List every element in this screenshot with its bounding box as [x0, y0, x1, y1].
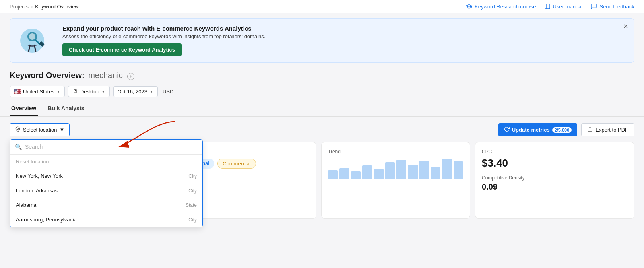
- export-pdf-label: Export to PDF: [595, 127, 628, 133]
- trend-bar: [328, 170, 338, 179]
- user-manual-link[interactable]: User manual: [544, 3, 583, 10]
- location-search-input[interactable]: [25, 144, 198, 150]
- location-name: Alabama: [16, 202, 36, 208]
- trend-bar: [385, 162, 395, 179]
- graduation-cap-icon: [466, 3, 472, 10]
- competitive-density-value: 0.09: [482, 182, 627, 192]
- top-nav-links: Keyword Research course User manual Send…: [466, 3, 634, 10]
- location-item-alabama[interactable]: Alabama State: [10, 198, 202, 212]
- device-label: Desktop: [80, 89, 99, 95]
- page-title: Keyword Overview: mechanic +: [10, 71, 634, 80]
- location-dropdown: 🔍 Reset location New York, New York City…: [10, 139, 203, 227]
- location-item-aaronsburg[interactable]: Aaronsburg, Pennsylvania City: [10, 212, 202, 227]
- location-type: City: [188, 173, 197, 179]
- trend-bar: [408, 165, 417, 179]
- device-filter-button[interactable]: 🖥 Desktop ▼: [68, 86, 110, 97]
- currency-label: USD: [161, 89, 175, 95]
- select-location-label: Select location: [23, 127, 57, 133]
- banner-cta-button[interactable]: Check out E-commerce Keyword Analytics: [62, 43, 182, 56]
- page-title-keyword: mechanic: [88, 71, 123, 80]
- location-name: Aaronsburg, Pennsylvania: [16, 216, 77, 223]
- page-header: Keyword Overview: mechanic +: [0, 68, 644, 80]
- dropdown-search-row: 🔍: [10, 140, 202, 155]
- filters-row: 🇺🇸 United States ▼ 🖥 Desktop ▼ Oct 16, 2…: [0, 84, 644, 101]
- page-title-label: Keyword Overview:: [10, 71, 85, 80]
- country-filter-button[interactable]: 🇺🇸 United States ▼: [10, 86, 65, 97]
- trend-bar: [351, 171, 361, 179]
- location-item-new-york[interactable]: New York, New York City: [10, 169, 202, 183]
- badge-commercial: Commercial: [217, 159, 256, 169]
- location-caret-icon: ▼: [60, 127, 65, 133]
- breadcrumb-separator: ›: [31, 4, 33, 10]
- svg-point-4: [29, 33, 35, 40]
- select-location-button[interactable]: Select location ▼: [10, 123, 70, 136]
- svg-point-9: [17, 128, 19, 130]
- user-manual-label: User manual: [553, 4, 583, 10]
- trend-chart: [328, 159, 463, 179]
- location-pin-icon: [15, 126, 21, 133]
- keyword-research-course-link[interactable]: Keyword Research course: [466, 3, 536, 10]
- trend-bar: [339, 168, 349, 179]
- search-icon: 🔍: [15, 144, 22, 150]
- banner-illustration: [18, 27, 54, 55]
- location-type: State: [186, 202, 197, 208]
- trend-bar: [362, 165, 372, 179]
- competitive-density-label: Competitive Density: [482, 175, 627, 181]
- comment-icon: [590, 3, 597, 10]
- export-pdf-button[interactable]: Export to PDF: [581, 123, 634, 136]
- banner-content: Expand your product reach with E-commerc…: [62, 25, 626, 56]
- date-filter-button[interactable]: Oct 16, 2023 ▼: [113, 86, 158, 97]
- trend-bar: [454, 161, 463, 179]
- keyword-research-course-label: Keyword Research course: [475, 4, 536, 10]
- tab-bulk-analysis[interactable]: Bulk Analysis: [46, 101, 86, 116]
- tab-overview[interactable]: Overview: [10, 101, 38, 116]
- trend-card: Trend: [321, 142, 470, 219]
- main-content: Select location ▼ 🔍: [0, 117, 644, 225]
- controls-row: Select location ▼ 🔍: [10, 123, 634, 136]
- country-caret-icon: ▼: [56, 89, 60, 94]
- banner-close-button[interactable]: ✕: [623, 23, 628, 30]
- date-label: Oct 16, 2023: [118, 89, 147, 95]
- reset-location-option[interactable]: Reset location: [10, 155, 202, 169]
- refresh-icon: [504, 126, 510, 133]
- update-metrics-badge: 2/5,000: [552, 127, 572, 133]
- trend-bar: [431, 167, 440, 179]
- svg-rect-0: [545, 4, 550, 9]
- update-metrics-button[interactable]: Update metrics 2/5,000: [498, 123, 578, 136]
- send-feedback-link[interactable]: Send feedback: [590, 3, 634, 10]
- promo-banner: Expand your product reach with E-commerc…: [10, 18, 634, 63]
- send-feedback-label: Send feedback: [599, 4, 634, 10]
- book-icon: [544, 3, 551, 10]
- breadcrumb: Projects › Keyword Overview: [10, 4, 79, 10]
- banner-description: Assess the efficiency of e-commerce keyw…: [62, 33, 626, 39]
- update-metrics-label: Update metrics: [512, 127, 550, 133]
- location-name: London, Arkansas: [16, 188, 58, 194]
- location-type: City: [188, 217, 197, 223]
- upload-icon: [587, 126, 593, 133]
- controls-right: Update metrics 2/5,000 Export to PDF: [498, 123, 634, 136]
- location-type: City: [188, 188, 197, 194]
- country-flag-icon: 🇺🇸: [14, 88, 21, 95]
- country-label: United States: [23, 89, 54, 95]
- location-item-london-ar[interactable]: London, Arkansas City: [10, 183, 202, 198]
- breadcrumb-current: Keyword Overview: [35, 4, 78, 10]
- trend-title: Trend: [328, 149, 463, 155]
- trend-bar: [442, 159, 452, 179]
- trend-bar: [396, 160, 406, 179]
- trend-bar: [419, 161, 429, 179]
- device-icon: 🖥: [72, 88, 78, 95]
- location-name: New York, New York: [16, 173, 63, 179]
- device-caret-icon: ▼: [101, 89, 105, 94]
- banner-title: Expand your product reach with E-commerc…: [62, 25, 626, 32]
- top-navigation: Projects › Keyword Overview Keyword Rese…: [0, 0, 644, 13]
- cpc-card: CPC $3.40 Competitive Density 0.09: [475, 142, 634, 219]
- cpc-title: CPC: [482, 149, 627, 155]
- add-keyword-button[interactable]: +: [127, 73, 134, 80]
- cpc-value: $3.40: [482, 157, 627, 169]
- breadcrumb-projects[interactable]: Projects: [10, 4, 29, 10]
- date-caret-icon: ▼: [149, 89, 153, 94]
- trend-bar: [374, 169, 383, 179]
- tabs-row: Overview Bulk Analysis: [0, 101, 644, 117]
